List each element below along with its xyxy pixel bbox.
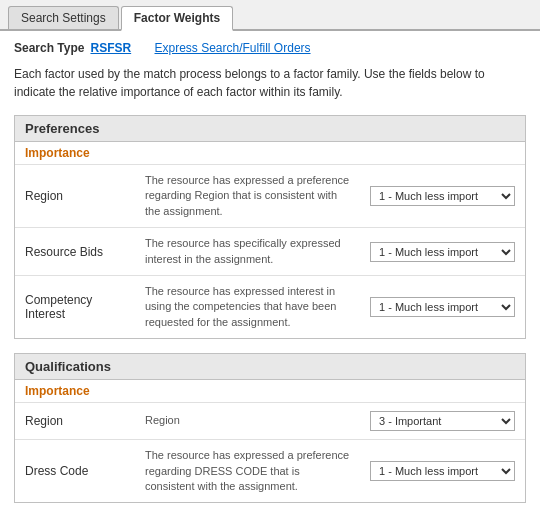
factor-select-cell-resource-bids: 1 - Much less import 2 - Less important … bbox=[360, 228, 525, 276]
main-content: Search Type RSFSR Express Search/Fulfill… bbox=[0, 31, 540, 516]
qual-factor-select-dress-code[interactable]: 1 - Much less import 2 - Less important … bbox=[370, 461, 515, 481]
factor-name-resource-bids: Resource Bids bbox=[15, 228, 135, 276]
search-type-label: Search Type bbox=[14, 41, 84, 55]
factor-select-resource-bids[interactable]: 1 - Much less import 2 - Less important … bbox=[370, 242, 515, 262]
factor-select-cell-competency-interest: 1 - Much less import 2 - Less important … bbox=[360, 275, 525, 338]
qualifications-header: Qualifications bbox=[15, 354, 525, 380]
search-type-rsfsr[interactable]: RSFSR bbox=[90, 41, 131, 55]
table-row: Region Region 1 - Much less import 2 - L… bbox=[15, 403, 525, 440]
table-row: Dress Code The resource has expressed a … bbox=[15, 440, 525, 503]
description-text: Each factor used by the match process be… bbox=[14, 65, 526, 101]
tab-search-settings[interactable]: Search Settings bbox=[8, 6, 119, 29]
factor-desc-resource-bids: The resource has specifically expressed … bbox=[135, 228, 360, 276]
qual-factor-name-dress-code: Dress Code bbox=[15, 440, 135, 503]
tab-factor-weights[interactable]: Factor Weights bbox=[121, 6, 233, 31]
factor-name-region: Region bbox=[15, 165, 135, 228]
table-row: Resource Bids The resource has specifica… bbox=[15, 228, 525, 276]
preferences-table: Region The resource has expressed a pref… bbox=[15, 165, 525, 338]
search-type-row: Search Type RSFSR Express Search/Fulfill… bbox=[14, 41, 526, 55]
preferences-header: Preferences bbox=[15, 116, 525, 142]
qualifications-importance-label: Importance bbox=[15, 380, 525, 403]
factor-desc-competency-interest: The resource has expressed interest in u… bbox=[135, 275, 360, 338]
qual-factor-desc-dress-code: The resource has expressed a preference … bbox=[135, 440, 360, 503]
factor-name-competency-interest: Competency Interest bbox=[15, 275, 135, 338]
preferences-importance-label: Importance bbox=[15, 142, 525, 165]
factor-select-competency-interest[interactable]: 1 - Much less import 2 - Less important … bbox=[370, 297, 515, 317]
factor-select-region[interactable]: 1 - Much less import 2 - Less important … bbox=[370, 186, 515, 206]
factor-desc-region: The resource has expressed a preference … bbox=[135, 165, 360, 228]
qualifications-section: Qualifications Importance Region Region … bbox=[14, 353, 526, 503]
qualifications-table: Region Region 1 - Much less import 2 - L… bbox=[15, 403, 525, 502]
search-type-express[interactable]: Express Search/Fulfill Orders bbox=[155, 41, 311, 55]
qual-factor-select-region[interactable]: 1 - Much less import 2 - Less important … bbox=[370, 411, 515, 431]
tab-bar: Search Settings Factor Weights bbox=[0, 0, 540, 31]
factor-select-cell-region: 1 - Much less import 2 - Less important … bbox=[360, 165, 525, 228]
qual-factor-name-region: Region bbox=[15, 403, 135, 440]
table-row: Region The resource has expressed a pref… bbox=[15, 165, 525, 228]
preferences-section: Preferences Importance Region The resour… bbox=[14, 115, 526, 339]
search-type-separator bbox=[141, 41, 144, 55]
qual-factor-select-cell-region: 1 - Much less import 2 - Less important … bbox=[360, 403, 525, 440]
table-row: Competency Interest The resource has exp… bbox=[15, 275, 525, 338]
qual-factor-desc-region: Region bbox=[135, 403, 360, 440]
qual-factor-select-cell-dress-code: 1 - Much less import 2 - Less important … bbox=[360, 440, 525, 503]
